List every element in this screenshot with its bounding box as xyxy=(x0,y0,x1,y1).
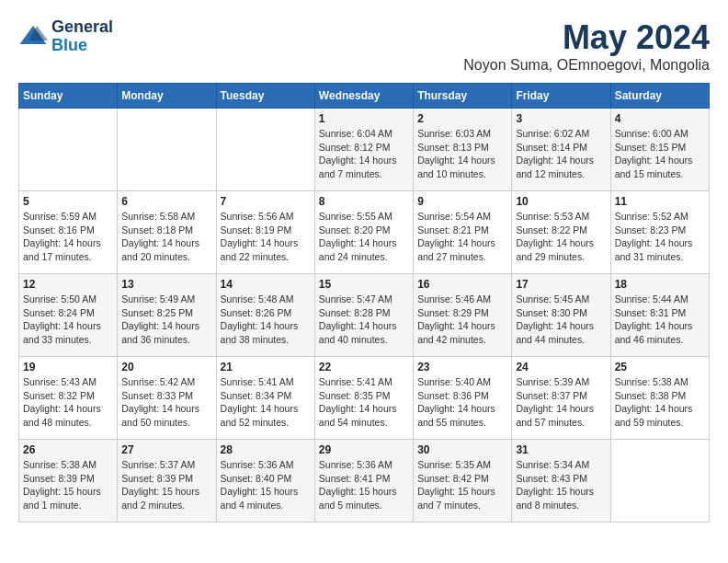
day-cell: 18Sunrise: 5:44 AM Sunset: 8:31 PM Dayli… xyxy=(610,274,709,357)
day-cell: 27Sunrise: 5:37 AM Sunset: 8:39 PM Dayli… xyxy=(118,440,216,523)
day-info: Sunrise: 5:52 AM Sunset: 8:23 PM Dayligh… xyxy=(615,210,705,264)
day-number: 24 xyxy=(516,361,606,373)
day-info: Sunrise: 5:38 AM Sunset: 8:39 PM Dayligh… xyxy=(23,458,113,512)
day-cell xyxy=(610,440,709,523)
day-cell: 1Sunrise: 6:04 AM Sunset: 8:12 PM Daylig… xyxy=(314,109,413,191)
day-number: 16 xyxy=(417,278,507,291)
day-info: Sunrise: 5:37 AM Sunset: 8:39 PM Dayligh… xyxy=(121,458,211,512)
day-number: 9 xyxy=(417,195,507,208)
day-number: 29 xyxy=(319,443,409,456)
day-info: Sunrise: 5:47 AM Sunset: 8:28 PM Dayligh… xyxy=(319,293,409,347)
day-number: 19 xyxy=(23,361,113,373)
day-number: 6 xyxy=(121,195,211,208)
day-info: Sunrise: 5:42 AM Sunset: 8:33 PM Dayligh… xyxy=(121,375,211,430)
day-cell xyxy=(216,109,314,191)
day-number: 22 xyxy=(319,361,409,373)
day-number: 31 xyxy=(516,443,606,456)
day-cell: 22Sunrise: 5:41 AM Sunset: 8:35 PM Dayli… xyxy=(314,357,413,440)
day-info: Sunrise: 5:34 AM Sunset: 8:43 PM Dayligh… xyxy=(516,458,606,512)
logo-line2: Blue xyxy=(51,37,113,55)
day-info: Sunrise: 5:39 AM Sunset: 8:37 PM Dayligh… xyxy=(516,375,606,430)
day-cell: 6Sunrise: 5:58 AM Sunset: 8:18 PM Daylig… xyxy=(118,191,216,274)
weekday-header-monday: Monday xyxy=(118,84,216,109)
day-cell: 26Sunrise: 5:38 AM Sunset: 8:39 PM Dayli… xyxy=(19,440,118,523)
day-info: Sunrise: 5:36 AM Sunset: 8:40 PM Dayligh… xyxy=(221,458,311,512)
weekday-header-wednesday: Wednesday xyxy=(314,84,413,109)
day-number: 20 xyxy=(121,361,211,373)
day-number: 4 xyxy=(615,112,705,125)
day-number: 7 xyxy=(221,195,311,208)
day-info: Sunrise: 5:56 AM Sunset: 8:19 PM Dayligh… xyxy=(221,210,311,264)
page-header: General Blue May 2024 Noyon Suma, OEmnoe… xyxy=(18,18,710,74)
day-number: 8 xyxy=(319,195,409,208)
day-number: 12 xyxy=(23,278,113,291)
day-number: 11 xyxy=(615,195,705,208)
day-info: Sunrise: 5:58 AM Sunset: 8:18 PM Dayligh… xyxy=(121,210,211,264)
day-cell: 23Sunrise: 5:40 AM Sunset: 8:36 PM Dayli… xyxy=(414,357,512,440)
day-number: 1 xyxy=(319,112,409,125)
day-cell: 7Sunrise: 5:56 AM Sunset: 8:19 PM Daylig… xyxy=(216,191,314,274)
day-cell xyxy=(19,109,118,191)
title-area: May 2024 Noyon Suma, OEmnoegovi, Mongoli… xyxy=(463,18,710,74)
weekday-header-row: SundayMondayTuesdayWednesdayThursdayFrid… xyxy=(19,84,710,109)
day-cell: 24Sunrise: 5:39 AM Sunset: 8:37 PM Dayli… xyxy=(512,357,610,440)
day-number: 30 xyxy=(417,443,507,456)
day-number: 17 xyxy=(516,278,606,291)
day-info: Sunrise: 5:36 AM Sunset: 8:41 PM Dayligh… xyxy=(319,458,409,512)
month-title: May 2024 xyxy=(463,18,710,57)
week-row-1: 1Sunrise: 6:04 AM Sunset: 8:12 PM Daylig… xyxy=(19,109,710,191)
day-cell: 28Sunrise: 5:36 AM Sunset: 8:40 PM Dayli… xyxy=(216,440,314,523)
day-info: Sunrise: 5:43 AM Sunset: 8:32 PM Dayligh… xyxy=(23,375,113,430)
day-number: 15 xyxy=(319,278,409,291)
day-info: Sunrise: 6:02 AM Sunset: 8:14 PM Dayligh… xyxy=(516,127,606,181)
day-number: 13 xyxy=(121,278,211,291)
weekday-header-friday: Friday xyxy=(512,84,610,109)
day-cell: 14Sunrise: 5:48 AM Sunset: 8:26 PM Dayli… xyxy=(216,274,314,357)
week-row-3: 12Sunrise: 5:50 AM Sunset: 8:24 PM Dayli… xyxy=(19,274,710,357)
day-info: Sunrise: 6:03 AM Sunset: 8:13 PM Dayligh… xyxy=(417,127,507,181)
weekday-header-thursday: Thursday xyxy=(414,84,512,109)
logo: General Blue xyxy=(18,18,113,55)
day-number: 27 xyxy=(121,443,211,456)
day-number: 21 xyxy=(221,361,311,373)
logo-line1: General xyxy=(51,18,113,37)
week-row-2: 5Sunrise: 5:59 AM Sunset: 8:16 PM Daylig… xyxy=(19,191,710,274)
day-cell: 21Sunrise: 5:41 AM Sunset: 8:34 PM Dayli… xyxy=(216,357,314,440)
day-cell: 9Sunrise: 5:54 AM Sunset: 8:21 PM Daylig… xyxy=(414,191,512,274)
weekday-header-saturday: Saturday xyxy=(610,84,709,109)
day-info: Sunrise: 5:40 AM Sunset: 8:36 PM Dayligh… xyxy=(417,375,507,430)
day-cell: 12Sunrise: 5:50 AM Sunset: 8:24 PM Dayli… xyxy=(19,274,118,357)
day-cell: 25Sunrise: 5:38 AM Sunset: 8:38 PM Dayli… xyxy=(610,357,709,440)
day-number: 23 xyxy=(417,361,507,373)
day-info: Sunrise: 5:45 AM Sunset: 8:30 PM Dayligh… xyxy=(516,293,606,347)
day-cell: 29Sunrise: 5:36 AM Sunset: 8:41 PM Dayli… xyxy=(314,440,413,523)
day-cell: 8Sunrise: 5:55 AM Sunset: 8:20 PM Daylig… xyxy=(314,191,413,274)
day-cell: 3Sunrise: 6:02 AM Sunset: 8:14 PM Daylig… xyxy=(512,109,610,191)
calendar-table: SundayMondayTuesdayWednesdayThursdayFrid… xyxy=(18,83,710,523)
day-info: Sunrise: 5:53 AM Sunset: 8:22 PM Dayligh… xyxy=(516,210,606,264)
day-cell: 16Sunrise: 5:46 AM Sunset: 8:29 PM Dayli… xyxy=(414,274,512,357)
weekday-header-sunday: Sunday xyxy=(19,84,118,109)
day-number: 10 xyxy=(516,195,606,208)
day-number: 18 xyxy=(615,278,705,291)
day-info: Sunrise: 5:46 AM Sunset: 8:29 PM Dayligh… xyxy=(417,293,507,347)
location-subtitle: Noyon Suma, OEmnoegovi, Mongolia xyxy=(463,57,710,74)
day-number: 3 xyxy=(516,112,606,125)
day-cell: 13Sunrise: 5:49 AM Sunset: 8:25 PM Dayli… xyxy=(118,274,216,357)
day-cell: 19Sunrise: 5:43 AM Sunset: 8:32 PM Dayli… xyxy=(19,357,118,440)
week-row-5: 26Sunrise: 5:38 AM Sunset: 8:39 PM Dayli… xyxy=(19,440,710,523)
day-info: Sunrise: 5:49 AM Sunset: 8:25 PM Dayligh… xyxy=(121,293,211,347)
day-cell: 5Sunrise: 5:59 AM Sunset: 8:16 PM Daylig… xyxy=(19,191,118,274)
week-row-4: 19Sunrise: 5:43 AM Sunset: 8:32 PM Dayli… xyxy=(19,357,710,440)
day-cell: 4Sunrise: 6:00 AM Sunset: 8:15 PM Daylig… xyxy=(610,109,709,191)
day-cell: 2Sunrise: 6:03 AM Sunset: 8:13 PM Daylig… xyxy=(414,109,512,191)
day-info: Sunrise: 5:35 AM Sunset: 8:42 PM Dayligh… xyxy=(417,458,507,512)
logo-icon xyxy=(18,22,48,52)
day-number: 5 xyxy=(23,195,113,208)
day-info: Sunrise: 5:48 AM Sunset: 8:26 PM Dayligh… xyxy=(221,293,311,347)
day-info: Sunrise: 5:55 AM Sunset: 8:20 PM Dayligh… xyxy=(319,210,409,264)
day-number: 2 xyxy=(417,112,507,125)
day-cell: 10Sunrise: 5:53 AM Sunset: 8:22 PM Dayli… xyxy=(512,191,610,274)
day-cell: 17Sunrise: 5:45 AM Sunset: 8:30 PM Dayli… xyxy=(512,274,610,357)
day-cell xyxy=(118,109,216,191)
